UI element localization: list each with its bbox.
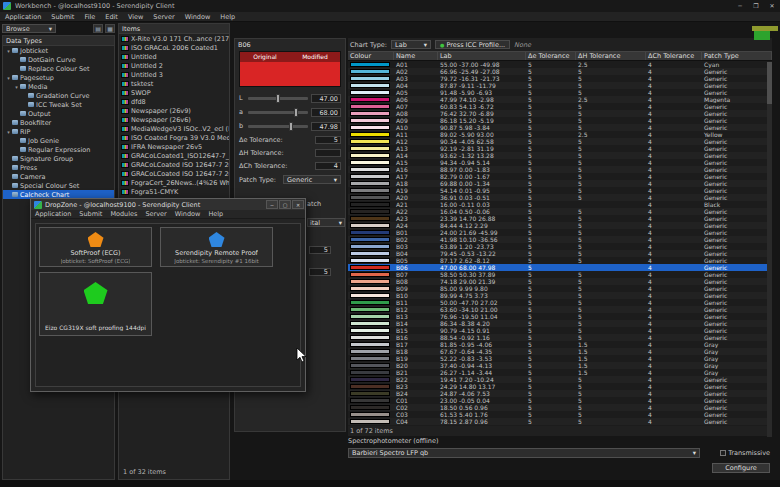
patch-row-b22[interactable]: B2219.41 7.20 -10.24554Generic (348, 376, 772, 383)
patch-row-b10[interactable]: B1089.99 4.75 3.73554Generic (348, 292, 772, 299)
column-header-e-tolerance[interactable]: Δe Tolerance (526, 52, 576, 60)
dropzone-eizo-softproofing[interactable]: Eizo CG319X soft proofing 144dpi (39, 272, 152, 336)
tree-item-dotgain-curve[interactable]: DotGain Curve (3, 55, 114, 64)
list-item[interactable]: tsktest (119, 79, 229, 88)
tree-item-job-genie[interactable]: Job Genie (3, 136, 114, 145)
l-slider-handle[interactable] (276, 94, 280, 103)
patch-row-a10[interactable]: A1090.87 5.98 -3.84554Generic (348, 124, 772, 131)
tree-item-icc-tweak-set[interactable]: ICC Tweak Set (3, 100, 114, 109)
view-list-icon[interactable]: ▤ (93, 24, 103, 33)
tree-expand-icon[interactable]: ▾ (13, 84, 20, 90)
patch-row-a05[interactable]: A0591.48 -5.90 -6.93554Generic (348, 89, 772, 96)
list-item[interactable]: GRACoLCoated1_ISO12647-7_2013 SUS (119, 151, 229, 160)
patch-row-b02[interactable]: B0241.98 10.10 -36.56554Generic (348, 236, 772, 243)
patch-row-c01[interactable]: C0123.00 -0.05 0.04554Generic (348, 397, 772, 404)
menu-application[interactable]: Application (0, 12, 46, 21)
patch-row-b09[interactable]: B0985.00 9.99 9.80554Generic (348, 285, 772, 292)
patch-row-b24[interactable]: B2424.87 -4.06 7.53554Generic (348, 390, 772, 397)
patch-row-b17[interactable]: B1781.85 -0.95 -4.0651.54Gray (348, 341, 772, 348)
patch-row-b20[interactable]: B2037.40 -0.94 -4.1351.54Gray (348, 362, 772, 369)
tree-item-signature-group[interactable]: Signature Group (3, 154, 114, 163)
list-item[interactable]: IFRA Newspaper 26v5 (119, 142, 229, 151)
menu-edit[interactable]: Edit (100, 12, 123, 21)
tree-item-regular-expression[interactable]: Regular Expression (3, 145, 114, 154)
dropzone-menu-application[interactable]: Application (31, 210, 75, 218)
scrollbar-thumb[interactable] (767, 62, 772, 104)
patch-row-a04[interactable]: A0487.87 -9.11 -11.79554Generic (348, 82, 772, 89)
tree-expand-icon[interactable]: ▾ (5, 48, 12, 54)
transmissive-checkbox[interactable] (720, 450, 726, 456)
close-icon[interactable]: ✕ (764, 0, 780, 12)
column-header-h-tolerance[interactable]: ΔH Tolerance (576, 52, 646, 60)
dropzone-minimize-icon[interactable]: ─ (266, 200, 278, 209)
menu-window[interactable]: Window (180, 12, 216, 21)
menu-submit[interactable]: Submit (46, 12, 79, 21)
patch-row-a18[interactable]: A1869.88 0.00 -1.34554Generic (348, 180, 772, 187)
patch-row-a14[interactable]: A1493.62 -1.32 13.28554Generic (348, 152, 772, 159)
view-grid-icon[interactable]: ▦ (105, 24, 115, 33)
obscured-input-1[interactable]: 5 (309, 246, 331, 254)
patch-row-a23[interactable]: A2323.39 14.70 26.88554Generic (348, 215, 772, 222)
l-slider[interactable] (248, 97, 308, 100)
tree-item-camera[interactable]: Camera (3, 172, 114, 181)
list-item[interactable]: Untitled 3 (119, 70, 229, 79)
patch-row-a06[interactable]: A0647.99 74.10 -2.9852.54Magenta (348, 96, 772, 103)
patch-row-c02[interactable]: C0218.50 0.56 0.96554Generic (348, 404, 772, 411)
patch-row-c03[interactable]: C0361.53 5.40 1.76554Generic (348, 411, 772, 418)
tree-item-pagesetup[interactable]: ▾Pagesetup (3, 73, 114, 82)
configure-button[interactable]: Configure (712, 463, 770, 473)
patch-row-a20[interactable]: A2036.91 0.03 -0.51554Generic (348, 194, 772, 201)
patch-row-a21[interactable]: A2116.00 -0.11 0.0354Black (348, 201, 772, 208)
patch-row-b11[interactable]: B1150.00 -47.70 27.02554Generic (348, 299, 772, 306)
list-item[interactable]: Fogra51-CMYK (119, 187, 229, 196)
column-header-patch-type[interactable]: Patch Type (702, 52, 772, 60)
list-item[interactable]: Newspaper (26v6) (119, 115, 229, 124)
patch-row-a17[interactable]: A1782.79 0.00 -1.67554Generic (348, 173, 772, 180)
patch-row-b06[interactable]: B0647.00 68.00 47.9854Generic (348, 264, 772, 271)
menu-server[interactable]: Server (148, 12, 179, 21)
list-item[interactable]: Newspaper (26v9) (119, 106, 229, 115)
list-item[interactable]: Untitled 2 (119, 61, 229, 70)
patch-row-b03[interactable]: B0363.89 1.20 -23.73554Generic (348, 243, 772, 250)
patch-row-b08[interactable]: B0874.18 29.00 21.39554Generic (348, 278, 772, 285)
patch-row-a19[interactable]: A1954.14 0.01 -0.95554Generic (348, 187, 772, 194)
tree-item-gradation-curve[interactable]: Gradation Curve (3, 91, 114, 100)
patch-row-b14[interactable]: B1486.34 -8.38 4.20554Generic (348, 320, 772, 327)
a-slider-handle[interactable] (294, 108, 298, 117)
tree-item-rip[interactable]: ▾RIP (3, 127, 114, 136)
list-item[interactable]: GRACoLCoated ISO 12647-7 2006 SUS (119, 169, 229, 178)
patch-row-a03[interactable]: A0379.72 -16.31 -21.73554Generic (348, 75, 772, 82)
dropzone-menu-modules[interactable]: Modules (106, 210, 141, 218)
b-slider-handle[interactable] (289, 122, 293, 131)
tree-item-replace-colour-set[interactable]: Replace Colour Set (3, 64, 114, 73)
tree-expand-icon[interactable]: ▾ (5, 75, 12, 81)
patch-row-a11[interactable]: A1189.02 -5.90 93.0052.54Yellow (348, 131, 772, 138)
list-item[interactable]: SWOP (119, 88, 229, 97)
menu-help[interactable]: Help (215, 12, 240, 21)
spectro-device-select[interactable]: Barbieri Spectro LFP qb ▾ (348, 448, 700, 458)
tree-item-jobticket[interactable]: ▾Jobticket (3, 46, 114, 55)
column-header-colour[interactable]: Colour (348, 52, 394, 60)
patch-row-b12[interactable]: B1263.60 -34.10 21.00554Generic (348, 306, 772, 313)
patch-row-a24[interactable]: A2484.44 4.12 2.29554Generic (348, 222, 772, 229)
b-slider[interactable] (248, 125, 308, 128)
patch-row-b07[interactable]: B0758.50 50.30 37.89554Generic (348, 271, 772, 278)
dropzone-menu-window[interactable]: Window (171, 210, 205, 218)
tree-item-press[interactable]: Press (3, 163, 114, 172)
dropzone-menu-submit[interactable]: Submit (75, 210, 106, 218)
patch-row-b16[interactable]: B1688.54 -0.92 1.16554Generic (348, 334, 772, 341)
patch-row-b15[interactable]: B1590.79 -4.15 0.91554Generic (348, 327, 772, 334)
list-item[interactable]: MediaWedgeV3 ISOc..V2_ecl (Fogra39 ) (119, 124, 229, 133)
list-item[interactable]: GRACoLCoated ISO 12647-7 2013 SUS (119, 160, 229, 169)
a-slider[interactable] (248, 111, 308, 114)
dropzone-menu-server[interactable]: Server (141, 210, 170, 218)
tree-expand-icon[interactable]: ▾ (5, 129, 12, 135)
patch-row-a22[interactable]: A2216.04 0.50 -0.06554Generic (348, 208, 772, 215)
patch-row-b05[interactable]: B0587.17 2.62 -8.12554Generic (348, 257, 772, 264)
obscured-combobox[interactable]: ital ▾ (307, 218, 345, 227)
l-value-field[interactable]: 47.00 (311, 94, 341, 103)
table-scrollbar[interactable] (767, 62, 772, 437)
list-item[interactable]: ISO Coated Fogra 39 V3.0 Media Wedge (119, 133, 229, 142)
patch-row-a16[interactable]: A1688.97 0.00 -1.83554Generic (348, 166, 772, 173)
patch-row-b18[interactable]: B1867.67 -0.64 -4.3551.54Gray (348, 348, 772, 355)
